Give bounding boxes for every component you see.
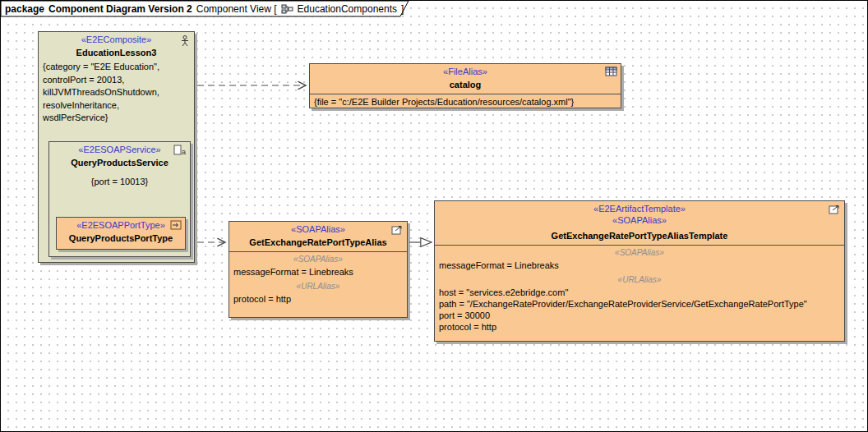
diagram-frame-tab[interactable]: package Component Diagram Version 2 Comp… <box>1 1 412 17</box>
properties-text: {file = "c:/E2E Builder Projects/Educati… <box>310 94 621 109</box>
stereotype-label: «FileAlias» <box>310 64 621 77</box>
frame-bracket-close: ] <box>401 3 404 15</box>
frame-tab-content: package Component Diagram Version 2 Comp… <box>1 1 412 16</box>
component-queryproductsservice[interactable]: «E2ESOAPService» QueryProductsService {p… <box>48 141 191 257</box>
url-properties-text: protocol = http <box>229 292 407 306</box>
svg-text:a: a <box>182 148 186 156</box>
node-name: QueryProductsService <box>49 155 190 168</box>
frame-diagram-name: EducationComponents <box>298 3 397 15</box>
properties-text: {port = 10013} <box>49 168 190 191</box>
port-type-icon <box>170 220 182 230</box>
stereotype-label: «E2ESOAPService» <box>49 142 190 155</box>
stereotype-label: «SOAPAlias» <box>229 222 407 235</box>
soap-properties-text: messageFormat = Linebreaks <box>229 264 407 279</box>
component-educationlesson3[interactable]: «E2EComposite» EducationLesson3 {categor… <box>38 31 195 263</box>
section-stereotype-url: «URLAlias» <box>435 273 844 285</box>
node-name: GetExchangeRatePortTypeAliasTemplate <box>435 226 844 241</box>
component-diagram-icon <box>281 3 293 15</box>
url-properties-text: host = "services.e2ebridge.com" path = "… <box>435 285 844 334</box>
component-catalog[interactable]: «FileAlias» catalog {file = "c:/E2E Buil… <box>309 63 621 108</box>
soap-service-icon: a <box>173 145 187 156</box>
frame-view-label: Component View [ <box>196 3 277 15</box>
stereotype-label-1: «E2EArtifactTemplate» <box>435 201 844 214</box>
file-table-icon <box>605 67 617 76</box>
node-name: QueryProductsPortType <box>57 231 185 244</box>
component-getexchangerateporttypealiastemplate[interactable]: «E2EArtifactTemplate» «SOAPAlias» GetExc… <box>434 200 845 342</box>
section-stereotype-soap: «SOAPAlias» <box>435 246 844 258</box>
soap-properties-text: messageFormat = Linebreaks <box>435 258 844 273</box>
node-name: GetExchangeRatePortTypeAlias <box>229 235 407 248</box>
stereotype-label-2: «SOAPAlias» <box>435 214 844 226</box>
component-getexchangerateporttypealias[interactable]: «SOAPAlias» GetExchangeRatePortTypeAlias… <box>229 221 408 318</box>
section-stereotype-soap: «SOAPAlias» <box>229 252 407 264</box>
component-queryproductsporttype[interactable]: «E2ESOAPPortType» QueryProductsPortType <box>56 217 186 250</box>
alias-out-arrow-icon <box>391 224 404 235</box>
section-stereotype-url: «URLAlias» <box>229 279 407 292</box>
stereotype-label: «E2EComposite» <box>39 32 194 45</box>
diagram-canvas[interactable]: package Component Diagram Version 2 Comp… <box>0 0 868 432</box>
alias-out-arrow-icon <box>829 204 841 214</box>
properties-text: {category = "E2E Education", controlPort… <box>39 58 194 126</box>
node-name: EducationLesson3 <box>39 45 194 58</box>
frame-kind-label: package <box>5 3 44 15</box>
node-name: catalog <box>310 77 621 90</box>
composite-figure-icon <box>178 34 191 47</box>
frame-title: Component Diagram Version 2 <box>48 3 192 15</box>
stereotype-label: «E2ESOAPPortType» <box>57 218 185 231</box>
